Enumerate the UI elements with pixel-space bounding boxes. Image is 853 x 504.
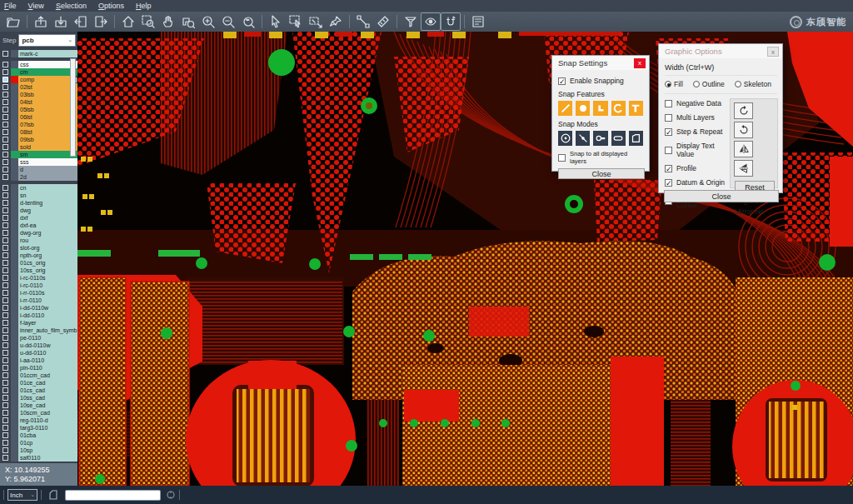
snap-corner-button[interactable] (593, 101, 607, 116)
measure-ruler-button[interactable] (373, 12, 393, 31)
layer-name[interactable]: d-tenting (18, 199, 77, 207)
layer-row-05lsb[interactable]: 05lsb (0, 106, 77, 113)
layer-visibility-checkbox[interactable] (2, 425, 8, 431)
layer-name[interactable]: 01cp (18, 439, 77, 447)
menu-item-view[interactable]: View (28, 2, 44, 10)
layer-row-i-dd-0110w[interactable]: i-dd-0110w (0, 304, 77, 312)
layer-row-cn[interactable]: cn (0, 184, 77, 192)
layer-visibility-checkbox[interactable] (2, 290, 8, 296)
layer-name[interactable]: sold (18, 143, 77, 151)
layer-color-swatch[interactable] (11, 192, 18, 199)
layer-visibility-checkbox[interactable] (2, 192, 8, 198)
layer-visibility-checkbox[interactable] (2, 99, 8, 105)
layer-visibility-checkbox[interactable] (2, 350, 8, 356)
layer-color-swatch[interactable] (11, 267, 18, 274)
layer-name[interactable]: 01cs_cad (18, 387, 77, 394)
layer-visibility-checkbox[interactable] (2, 245, 8, 251)
layer-color-swatch[interactable] (11, 207, 18, 214)
layer-visibility-checkbox[interactable] (2, 380, 8, 386)
layer-name[interactable]: u-dd-0110 (18, 349, 77, 357)
layer-color-swatch[interactable] (11, 312, 18, 319)
layer-color-swatch[interactable] (11, 252, 18, 259)
layer-visibility-checkbox[interactable] (2, 144, 8, 150)
layer-name[interactable]: 01cs_orig (18, 259, 77, 267)
layer-visibility-checkbox[interactable] (2, 77, 8, 82)
layer-visibility-checkbox[interactable] (2, 402, 8, 408)
layer-row-sm[interactable]: sm (0, 151, 77, 158)
layer-visibility-checkbox[interactable] (2, 312, 8, 318)
snap-line-button[interactable] (558, 101, 572, 116)
radio-icon[interactable] (735, 81, 741, 87)
layer-name[interactable]: css (18, 61, 77, 68)
layer-name[interactable]: 10scm_cad (18, 409, 77, 417)
layer-color-swatch[interactable] (11, 121, 18, 128)
layer-name[interactable]: 2d (18, 173, 77, 181)
layer-visibility-checkbox[interactable] (2, 260, 8, 266)
layer-visibility-checkbox[interactable] (2, 129, 8, 135)
home-button[interactable] (118, 12, 138, 31)
checkbox-icon[interactable]: ✓ (558, 77, 566, 85)
layer-name[interactable]: dxf-ea (18, 222, 77, 229)
menu-item-selection[interactable]: Selection (56, 2, 87, 10)
layer-row-npth-org[interactable]: npth-org (0, 252, 77, 259)
layer-visibility-checkbox[interactable] (2, 410, 8, 416)
layer-row-rou[interactable]: rou (0, 237, 77, 244)
layer-color-swatch[interactable] (11, 417, 18, 424)
layer-name[interactable]: mark-c (18, 50, 77, 57)
select-window-button[interactable] (286, 12, 306, 31)
layer-name[interactable]: 10sp (18, 447, 77, 454)
layer-color-swatch[interactable] (11, 297, 18, 304)
layer-visibility-checkbox[interactable] (2, 215, 8, 221)
radio-icon[interactable] (693, 81, 700, 87)
layer-visibility-checkbox[interactable] (2, 222, 8, 228)
brush-button[interactable] (326, 12, 346, 31)
layer-color-swatch[interactable] (11, 106, 18, 113)
layer-color-swatch[interactable] (11, 136, 18, 143)
layer-name[interactable]: i-dd-0110w (18, 304, 77, 312)
layer-row-sn[interactable]: sn (0, 192, 77, 199)
layer-name[interactable]: 08lst (18, 128, 77, 136)
layer-name[interactable]: 01ce_cad (18, 379, 77, 387)
layer-color-swatch[interactable] (11, 319, 18, 327)
layer-row-reg-0110-d[interactable]: reg-0110-d (0, 417, 77, 424)
layer-color-swatch[interactable] (11, 229, 18, 237)
layer-name[interactable]: slot-org (18, 244, 77, 252)
layer-color-swatch[interactable] (11, 166, 18, 173)
layer-row-inner_auto_film_symb[interactable]: inner_auto_film_symb (0, 327, 77, 334)
layer-row-sold[interactable]: sold (0, 143, 77, 151)
layer-visibility-checkbox[interactable] (2, 372, 8, 378)
snap-text-button[interactable] (629, 101, 643, 116)
layer-color-swatch[interactable] (11, 259, 18, 267)
layer-name[interactable]: sm (18, 151, 77, 158)
layer-color-swatch[interactable] (11, 274, 18, 282)
layer-name[interactable]: pin-0110 (18, 364, 77, 372)
layer-visibility-checkbox[interactable] (2, 62, 8, 67)
layer-row-pin-0110[interactable]: pin-0110 (0, 364, 77, 372)
step-dropdown[interactable]: pcb ⌄ (18, 34, 76, 47)
layer-name[interactable]: i-dd-0110 (18, 312, 77, 319)
layer-row-2d[interactable]: 2d (0, 173, 77, 181)
layer-row-sss[interactable]: sss (0, 158, 77, 166)
mode-key-button[interactable] (593, 131, 607, 146)
layer-row-slot-org[interactable]: slot-org (0, 244, 77, 252)
snap-arc-button[interactable] (611, 101, 626, 116)
layer-visibility-checkbox[interactable] (2, 237, 8, 243)
checkbox-icon[interactable] (665, 114, 672, 122)
layer-color-swatch[interactable] (11, 327, 18, 334)
snap-close-button[interactable]: Close (558, 168, 645, 179)
graphic-checkbox-negative-data[interactable]: Negative Data (665, 99, 732, 107)
layer-visibility-checkbox[interactable] (2, 267, 8, 273)
zoom-window-button[interactable] (138, 12, 158, 31)
layer-color-swatch[interactable] (11, 454, 18, 462)
graphic-checkbox-display-text-value[interactable]: Display Text Value (665, 142, 732, 158)
layer-color-swatch[interactable] (11, 394, 18, 402)
close-icon[interactable]: x (767, 47, 779, 57)
layer-row-i-rr-0110s[interactable]: i-rr-0110s (0, 289, 77, 297)
layer-name[interactable]: i-aa-0110 (18, 357, 77, 364)
layer-color-swatch[interactable] (11, 83, 18, 91)
graphic-checkbox-datum-origin[interactable]: ✓Datum & Origin (665, 178, 732, 187)
layer-visibility-checkbox[interactable] (2, 84, 8, 90)
graphic-checkbox-profile[interactable]: ✓Profile (665, 164, 732, 172)
layer-visibility-checkbox[interactable] (2, 185, 8, 191)
layer-visibility-checkbox[interactable] (2, 282, 8, 288)
